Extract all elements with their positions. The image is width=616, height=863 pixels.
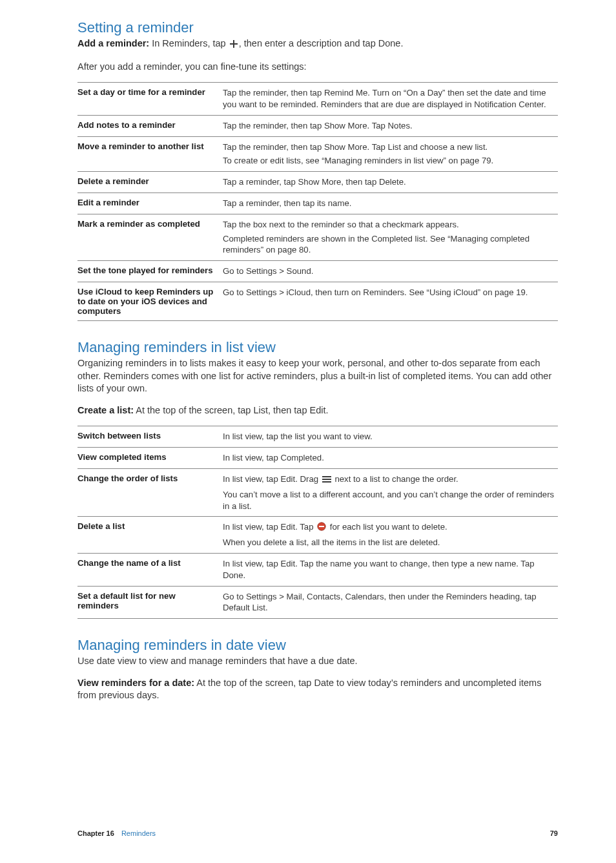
row-label: Change the name of a list bbox=[77, 554, 223, 587]
row-desc: Tap a reminder, then tap its name. bbox=[223, 193, 558, 214]
row-label: Set the tone played for reminders bbox=[77, 261, 223, 282]
row-desc-pre: In list view, tap Edit. Tap bbox=[223, 522, 316, 532]
add-reminder-pre: In Reminders, tap bbox=[152, 38, 225, 48]
row-desc-line: Tap a reminder, tap Show More, then tap … bbox=[223, 176, 555, 188]
section-setting-reminder: Setting a reminder Add a reminder: In Re… bbox=[77, 19, 558, 321]
row-desc-line: Go to Settings > iCloud, then turn on Re… bbox=[223, 287, 555, 298]
row-label: Delete a list bbox=[77, 517, 223, 554]
row-desc-line: Tap the reminder, then tap Remind Me. Tu… bbox=[223, 87, 555, 110]
row-desc: Tap the box next to the reminder so that… bbox=[223, 214, 558, 260]
row-desc-line: When you delete a list, all the items in… bbox=[223, 537, 555, 548]
row-desc-pre: In list view, tap Edit. Drag bbox=[223, 474, 321, 484]
row-label: Mark a reminder as completed bbox=[77, 214, 223, 260]
row-desc: In list view, tap Edit. Tap for each lis… bbox=[223, 517, 558, 554]
row-desc: In list view, tap Edit. Tap the name you… bbox=[223, 554, 558, 587]
row-label: Change the order of lists bbox=[77, 468, 223, 516]
svg-rect-4 bbox=[319, 526, 324, 527]
row-desc: Tap the reminder, then tap Remind Me. Tu… bbox=[223, 83, 558, 116]
table-row: Change the order of listsIn list view, t… bbox=[77, 468, 558, 516]
row-desc-line: Go to Settings > Mail, Contacts, Calenda… bbox=[223, 591, 555, 614]
row-label: Move a reminder to another list bbox=[77, 136, 223, 172]
after-add-line: After you add a reminder, you can fine-t… bbox=[77, 61, 558, 74]
create-list-line: Create a list: At the top of the screen,… bbox=[77, 404, 558, 417]
footer-title: Reminders bbox=[121, 829, 156, 837]
row-desc-line: Tap the reminder, then tap Show More. Ta… bbox=[223, 141, 555, 153]
table-row: Set the tone played for remindersGo to S… bbox=[77, 261, 558, 282]
row-desc-line: In list view, tap the list you want to v… bbox=[223, 431, 555, 442]
row-desc: Go to Settings > iCloud, then turn on Re… bbox=[223, 282, 558, 321]
create-list-label: Create a list: bbox=[77, 405, 134, 415]
table-row: Delete a listIn list view, tap Edit. Tap… bbox=[77, 517, 558, 554]
row-label: Add notes to a reminder bbox=[77, 115, 223, 136]
row-desc-line: Tap the box next to the reminder so that… bbox=[223, 219, 555, 231]
row-desc-line: To create or edit lists, see “Managing r… bbox=[223, 155, 555, 167]
row-desc-post: for each list you want to delete. bbox=[327, 522, 447, 532]
row-desc-line: Tap the reminder, then tap Show More. Ta… bbox=[223, 120, 555, 132]
row-label: Edit a reminder bbox=[77, 193, 223, 214]
row-desc: Go to Settings > Mail, Contacts, Calenda… bbox=[223, 586, 558, 619]
table-row: Change the name of a listIn list view, t… bbox=[77, 554, 558, 587]
heading-setting-reminder: Setting a reminder bbox=[77, 19, 558, 36]
row-desc-post: next to a list to change the order. bbox=[333, 474, 458, 484]
row-desc-line: In list view, tap Edit. Tap for each lis… bbox=[223, 521, 555, 534]
row-desc: In list view, tap Edit. Drag next to a l… bbox=[223, 468, 558, 516]
svg-rect-0 bbox=[322, 476, 331, 477]
add-reminder-line: Add a reminder: In Reminders, tap , then… bbox=[77, 37, 558, 52]
table-row: Switch between listsIn list view, tap th… bbox=[77, 426, 558, 448]
section-list-view: Managing reminders in list view Organizi… bbox=[77, 339, 558, 619]
setting-table: Set a day or time for a reminderTap the … bbox=[77, 82, 558, 321]
list-view-para: Organizing reminders in to lists makes i… bbox=[77, 357, 558, 395]
table-row: Mark a reminder as completedTap the box … bbox=[77, 214, 558, 260]
listview-table-body: Switch between listsIn list view, tap th… bbox=[77, 426, 558, 619]
row-label: Use iCloud to keep Reminders up to date … bbox=[77, 282, 223, 321]
table-row: Delete a reminderTap a reminder, tap Sho… bbox=[77, 172, 558, 193]
table-row: Set a day or time for a reminderTap the … bbox=[77, 83, 558, 116]
date-view-para: Use date view to view and manage reminde… bbox=[77, 655, 558, 668]
row-desc: In list view, tap Completed. bbox=[223, 448, 558, 469]
page-content: Setting a reminder Add a reminder: In Re… bbox=[0, 0, 616, 702]
table-row: Move a reminder to another listTap the r… bbox=[77, 136, 558, 172]
row-desc: In list view, tap the list you want to v… bbox=[223, 426, 558, 448]
row-desc-line: Tap a reminder, then tap its name. bbox=[223, 198, 555, 209]
delete-icon bbox=[317, 522, 326, 534]
page-footer: Chapter 16 Reminders 79 bbox=[77, 829, 558, 837]
section-date-view: Managing reminders in date view Use date… bbox=[77, 637, 558, 702]
row-desc-line: Go to Settings > Sound. bbox=[223, 265, 555, 277]
svg-rect-1 bbox=[322, 479, 331, 480]
listview-table: Switch between listsIn list view, tap th… bbox=[77, 426, 558, 619]
heading-date-view: Managing reminders in date view bbox=[77, 637, 558, 654]
row-desc: Tap the reminder, then tap Show More. Ta… bbox=[223, 136, 558, 172]
setting-table-body: Set a day or time for a reminderTap the … bbox=[77, 83, 558, 321]
table-row: View completed itemsIn list view, tap Co… bbox=[77, 448, 558, 469]
row-desc: Go to Settings > Sound. bbox=[223, 261, 558, 282]
plus-icon bbox=[230, 39, 238, 52]
row-desc: Tap the reminder, then tap Show More. Ta… bbox=[223, 115, 558, 136]
row-desc: Tap a reminder, tap Show More, then tap … bbox=[223, 172, 558, 193]
create-list-rest: At the top of the screen, tap List, then… bbox=[136, 405, 328, 415]
row-desc-line: In list view, tap Completed. bbox=[223, 452, 555, 464]
add-reminder-post: , then enter a description and tap Done. bbox=[239, 38, 404, 48]
view-for-date-label: View reminders for a date: bbox=[77, 678, 194, 688]
row-label: Switch between lists bbox=[77, 426, 223, 448]
footer-chapter: Chapter 16 bbox=[77, 829, 114, 837]
footer-page-number: 79 bbox=[550, 829, 558, 837]
table-row: Set a default list for new remindersGo t… bbox=[77, 586, 558, 619]
view-for-date-line: View reminders for a date: At the top of… bbox=[77, 677, 558, 702]
row-label: View completed items bbox=[77, 448, 223, 469]
row-desc-line: In list view, tap Edit. Drag next to a l… bbox=[223, 473, 555, 486]
row-label: Delete a reminder bbox=[77, 172, 223, 193]
row-desc-line: Completed reminders are shown in the Com… bbox=[223, 233, 555, 256]
heading-list-view: Managing reminders in list view bbox=[77, 339, 558, 356]
footer-left: Chapter 16 Reminders bbox=[77, 829, 156, 837]
table-row: Edit a reminderTap a reminder, then tap … bbox=[77, 193, 558, 214]
add-reminder-label: Add a reminder: bbox=[77, 38, 149, 48]
svg-rect-2 bbox=[322, 481, 331, 483]
drag-handle-icon bbox=[322, 475, 331, 486]
table-row: Use iCloud to keep Reminders up to date … bbox=[77, 282, 558, 321]
table-row: Add notes to a reminderTap the reminder,… bbox=[77, 115, 558, 136]
row-desc-line: You can’t move a list to a different acc… bbox=[223, 489, 555, 512]
row-label: Set a default list for new reminders bbox=[77, 586, 223, 619]
row-desc-line: In list view, tap Edit. Tap the name you… bbox=[223, 558, 555, 581]
row-label: Set a day or time for a reminder bbox=[77, 83, 223, 116]
